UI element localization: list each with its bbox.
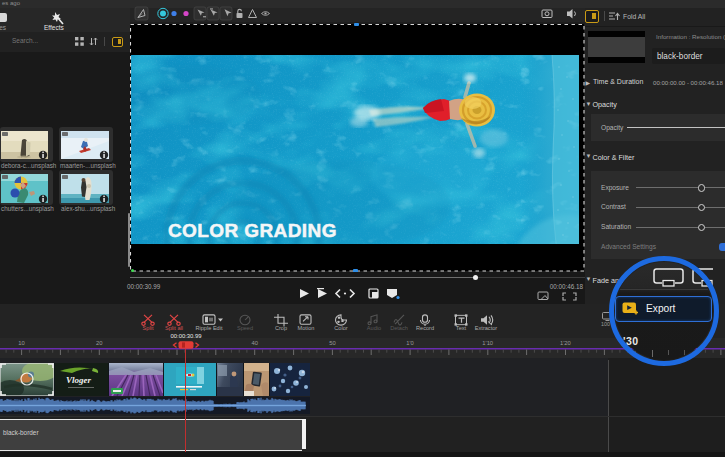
- svg-text:1'10: 1'10: [482, 340, 493, 346]
- svg-text:50: 50: [329, 340, 335, 346]
- svg-text:40: 40: [251, 340, 257, 346]
- svg-text:1'0: 1'0: [406, 340, 414, 346]
- svg-text:20: 20: [96, 340, 102, 346]
- svg-text:10: 10: [18, 340, 24, 346]
- svg-text:1'20: 1'20: [560, 340, 571, 346]
- svg-text:Vloger: Vloger: [66, 375, 91, 385]
